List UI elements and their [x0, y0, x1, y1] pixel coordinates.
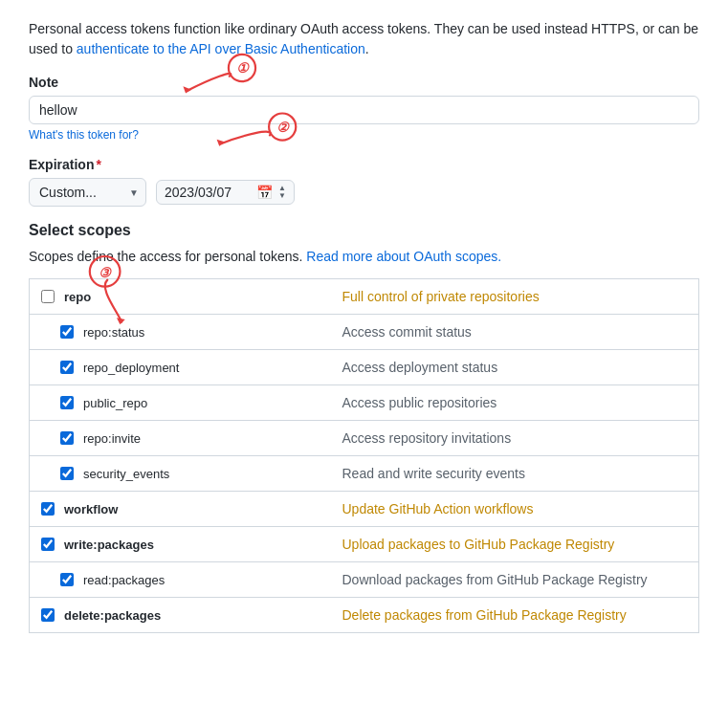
- scope-name-workflow: workflow: [64, 502, 118, 516]
- scope-checkbox-workflow[interactable]: [41, 502, 55, 516]
- scope-desc-delete-packages: Delete packages from GitHub Package Regi…: [331, 598, 699, 633]
- scope-row-repo: repo Full control of private repositorie…: [30, 279, 699, 315]
- expiration-row: Custom... 7 days 30 days 60 days 90 days…: [29, 178, 699, 207]
- expiration-select-wrapper: Custom... 7 days 30 days 60 days 90 days…: [29, 178, 146, 207]
- scope-row-read-packages: read:packages Download packages from Git…: [30, 562, 699, 598]
- scope-name-repo-deployment: repo_deployment: [83, 361, 179, 375]
- scope-name-repo-status: repo:status: [83, 325, 144, 340]
- scope-checkbox-repo-invite[interactable]: [60, 431, 74, 445]
- scope-desc-repo-invite: Access repository invitations: [331, 421, 699, 456]
- date-spinners[interactable]: ▲ ▼: [278, 185, 286, 200]
- scope-name-repo: repo: [64, 290, 91, 304]
- scopes-description: Scopes define the access for personal to…: [29, 247, 699, 267]
- scope-checkbox-delete-packages[interactable]: [41, 608, 55, 622]
- note-label: Note: [29, 75, 699, 90]
- scope-row-delete-packages: delete:packages Delete packages from Git…: [30, 598, 699, 633]
- scope-row-repo-invite: repo:invite Access repository invitation…: [30, 421, 699, 456]
- scope-row-workflow: workflow Update GitHub Action workflows: [30, 492, 699, 527]
- scope-cell-repo-status: repo:status: [30, 315, 331, 350]
- scope-cell-delete-packages: delete:packages: [30, 598, 331, 633]
- scope-row-repo-status: repo:status Access commit status: [30, 315, 699, 350]
- auth-link[interactable]: authenticate to the API over Basic Authe…: [77, 41, 365, 56]
- scope-cell-security-events: security_events: [30, 456, 331, 492]
- scope-main-cell-repo: repo: [30, 279, 331, 315]
- scope-checkbox-write-packages[interactable]: [41, 538, 55, 551]
- scope-row-write-packages: write:packages Upload packages to GitHub…: [30, 527, 699, 562]
- scope-checkbox-repo-status[interactable]: [60, 325, 74, 339]
- scope-desc-repo-deployment: Access deployment status: [331, 350, 699, 385]
- page-wrapper: Personal access tokens function like ord…: [29, 19, 699, 633]
- scope-name-read-packages: read:packages: [83, 573, 165, 587]
- date-input[interactable]: [165, 185, 251, 200]
- scope-checkbox-repo-deployment[interactable]: [60, 361, 74, 374]
- scope-checkbox-read-packages[interactable]: [60, 573, 74, 586]
- scope-name-write-packages: write:packages: [64, 538, 154, 552]
- scope-checkbox-public-repo[interactable]: [60, 396, 74, 409]
- scope-cell-workflow: workflow: [30, 492, 331, 527]
- scopes-section: Select scopes Scopes define the access f…: [29, 222, 699, 633]
- scope-row-security-events: security_events Read and write security …: [30, 456, 699, 492]
- scope-checkbox-security-events[interactable]: [60, 467, 74, 480]
- note-input[interactable]: [29, 96, 699, 124]
- scope-cell-read-packages: read:packages: [30, 562, 331, 598]
- oauth-scopes-link[interactable]: Read more about OAuth scopes.: [306, 249, 501, 264]
- required-star: *: [96, 157, 100, 172]
- scope-cell-public-repo: public_repo: [30, 385, 331, 421]
- scope-cell-repo-invite: repo:invite: [30, 421, 331, 456]
- expiration-label: Expiration*: [29, 157, 699, 172]
- scope-desc-write-packages: Upload packages to GitHub Package Regist…: [331, 527, 699, 562]
- scope-cell-repo-deployment: repo_deployment: [30, 350, 331, 385]
- scope-name-public-repo: public_repo: [83, 396, 147, 410]
- note-hint[interactable]: What's this token for?: [29, 128, 699, 142]
- scope-desc-security-events: Read and write security events: [331, 456, 699, 492]
- scopes-title: Select scopes: [29, 222, 699, 239]
- intro-text: Personal access tokens function like ord…: [29, 19, 699, 59]
- scope-name-repo-invite: repo:invite: [83, 431, 141, 446]
- scope-desc-repo-status: Access commit status: [331, 315, 699, 350]
- scope-row-public-repo: public_repo Access public repositories: [30, 385, 699, 421]
- scope-desc-read-packages: Download packages from GitHub Package Re…: [331, 562, 699, 598]
- scope-checkbox-repo[interactable]: [41, 290, 55, 303]
- expiration-select[interactable]: Custom... 7 days 30 days 60 days 90 days…: [29, 178, 146, 207]
- date-input-wrapper: 📅 ▲ ▼: [156, 180, 295, 205]
- scope-name-security-events: security_events: [83, 467, 169, 481]
- scopes-table: repo Full control of private repositorie…: [29, 278, 699, 633]
- scope-name-delete-packages: delete:packages: [64, 608, 161, 623]
- scope-row-repo-deployment: repo_deployment Access deployment status: [30, 350, 699, 385]
- scope-desc-workflow: Update GitHub Action workflows: [331, 492, 699, 527]
- expiration-section: Expiration* Custom... 7 days 30 days 60 …: [29, 157, 699, 207]
- scope-cell-write-packages: write:packages: [30, 527, 331, 562]
- scope-desc-public-repo: Access public repositories: [331, 385, 699, 421]
- svg-text:①: ①: [236, 60, 250, 76]
- calendar-icon: 📅: [256, 185, 273, 200]
- scope-desc-repo: Full control of private repositories: [331, 279, 699, 315]
